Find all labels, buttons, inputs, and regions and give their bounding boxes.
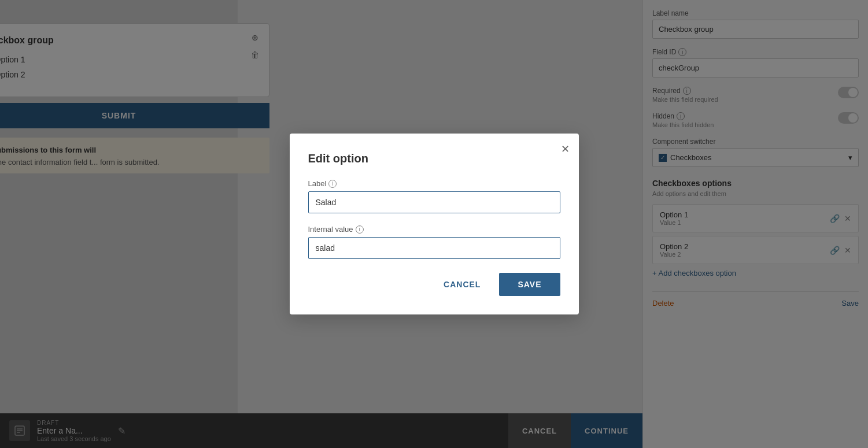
modal-title: Edit option (308, 152, 560, 165)
modal-label-field-label: Label i (308, 179, 560, 188)
modal-close-button[interactable]: ✕ (561, 143, 570, 155)
modal-internal-value-field: Internal value i (308, 225, 560, 259)
modal-label-field: Label i (308, 179, 560, 213)
modal-label-info-icon: i (328, 180, 337, 188)
modal-internal-value-input[interactable] (308, 237, 560, 259)
edit-option-modal: ✕ Edit option Label i Internal value i C… (290, 134, 579, 314)
modal-save-button[interactable]: SAVE (499, 273, 560, 296)
modal-label-input[interactable] (308, 191, 560, 213)
modal-internal-info-icon: i (356, 225, 364, 234)
modal-internal-value-label: Internal value i (308, 225, 560, 234)
modal-overlay: ✕ Edit option Label i Internal value i C… (0, 0, 868, 448)
modal-cancel-button[interactable]: CANCEL (434, 274, 490, 295)
modal-actions: CANCEL SAVE (308, 273, 560, 296)
